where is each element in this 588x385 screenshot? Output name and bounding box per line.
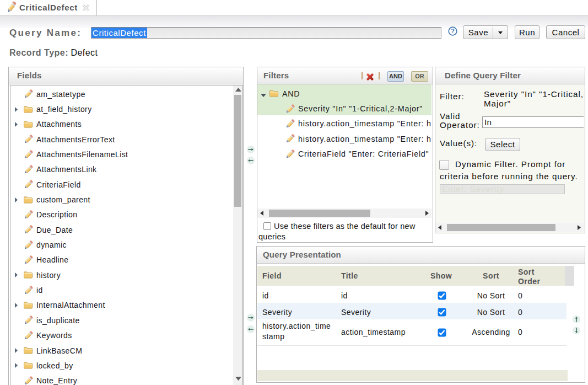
svg-text:?: ?	[451, 28, 455, 34]
